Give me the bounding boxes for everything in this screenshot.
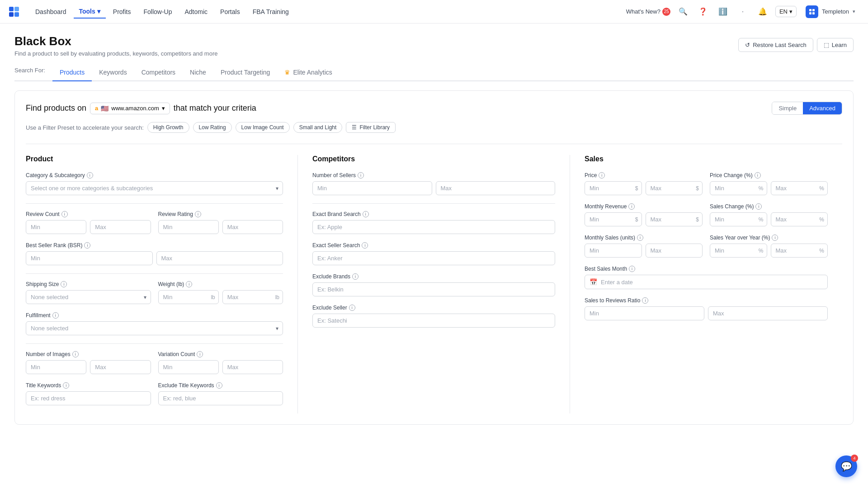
- preset-low-image-count[interactable]: Low Image Count: [236, 122, 290, 133]
- exclude-title-keywords-info-icon[interactable]: i: [216, 382, 222, 389]
- exclude-seller-info-icon[interactable]: i: [349, 305, 355, 311]
- search-icon[interactable]: 🔍: [676, 5, 690, 19]
- weight-min-suffix: lb: [211, 294, 215, 300]
- exact-brand-input[interactable]: [312, 220, 555, 234]
- view-advanced-button[interactable]: Advanced: [803, 102, 842, 114]
- bsr-min-input[interactable]: [26, 251, 153, 265]
- price-min-input[interactable]: [585, 181, 642, 195]
- sales-reviews-max-input[interactable]: [708, 306, 828, 320]
- user-menu[interactable]: Templeton ▾: [802, 4, 859, 20]
- exclude-brands-input[interactable]: [312, 282, 555, 296]
- preset-high-growth[interactable]: High Growth: [147, 122, 189, 133]
- shipping-size-label: Shipping Size i: [26, 281, 151, 287]
- tab-elite-analytics[interactable]: ♛ Elite Analytics: [277, 64, 339, 81]
- num-sellers-max-input[interactable]: [436, 181, 556, 195]
- weight-max-input[interactable]: [222, 290, 283, 304]
- learn-button[interactable]: ⬚ Learn: [817, 38, 854, 52]
- monthly-revenue-max-input[interactable]: [646, 212, 703, 226]
- tab-niche[interactable]: Niche: [183, 64, 213, 81]
- shipping-size-select[interactable]: None selected: [26, 290, 151, 304]
- fulfillment-info-icon[interactable]: i: [52, 312, 59, 319]
- review-rating-info-icon[interactable]: i: [195, 211, 201, 217]
- num-images-info-icon[interactable]: i: [72, 351, 79, 357]
- info-icon[interactable]: ℹ️: [716, 5, 730, 19]
- help-icon[interactable]: ❓: [696, 5, 710, 19]
- sales-yoy-label: Sales Year over Year (%) i: [710, 235, 828, 241]
- num-images-max-input[interactable]: [90, 360, 151, 374]
- shipping-size-info-icon[interactable]: i: [61, 281, 67, 287]
- title-keywords-input[interactable]: [26, 391, 151, 405]
- nav-portals[interactable]: Portals: [215, 5, 245, 18]
- nav-profits[interactable]: Profits: [108, 5, 137, 18]
- variation-count-info-icon[interactable]: i: [197, 351, 203, 357]
- bell-icon[interactable]: 🔔: [755, 5, 770, 19]
- review-rating-min-input[interactable]: [158, 220, 219, 234]
- exact-brand-info-icon[interactable]: i: [363, 211, 369, 217]
- price-info-icon[interactable]: i: [599, 172, 605, 178]
- sales-change-info-icon[interactable]: i: [755, 203, 762, 210]
- variation-count-max-input[interactable]: [222, 360, 283, 374]
- best-sales-month-info-icon[interactable]: i: [629, 266, 635, 272]
- monthly-revenue-info-icon[interactable]: i: [628, 203, 635, 210]
- chat-button[interactable]: 💬 4: [835, 455, 857, 477]
- whats-new-btn[interactable]: What's New? 25: [626, 8, 670, 16]
- weight-max-suffix: lb: [275, 294, 279, 300]
- best-sales-month-label: Best Sales Month i: [585, 266, 828, 272]
- exact-brand-field-group: Exact Brand Search i: [312, 211, 555, 234]
- price-change-info-icon[interactable]: i: [755, 172, 761, 178]
- bsr-info-icon[interactable]: i: [84, 242, 90, 249]
- sales-yoy-info-icon[interactable]: i: [772, 235, 778, 241]
- tab-product-targeting[interactable]: Product Targeting: [213, 64, 277, 81]
- tab-competitors[interactable]: Competitors: [134, 64, 183, 81]
- weight-min-input[interactable]: [158, 290, 219, 304]
- variation-count-min-input[interactable]: [158, 360, 219, 374]
- exclude-brands-field-group: Exclude Brands i: [312, 273, 555, 296]
- filter-library-button[interactable]: ☰ Filter Library: [346, 122, 396, 133]
- nav-fba-training[interactable]: FBA Training: [247, 5, 294, 18]
- lang-label: EN: [779, 8, 788, 15]
- sales-reviews-ratio-label: Sales to Reviews Ratio i: [585, 297, 828, 304]
- nav-dashboard[interactable]: Dashboard: [30, 5, 72, 18]
- review-count-max-input[interactable]: [90, 220, 151, 234]
- nav-tools[interactable]: Tools ▾: [74, 5, 106, 19]
- dot-icon[interactable]: ·: [736, 5, 750, 19]
- exact-seller-field-group: Exact Seller Search i: [312, 242, 555, 265]
- bsr-max-input[interactable]: [156, 251, 283, 265]
- find-title: Find products on a 🇺🇸 www.amazon.com ▾ t…: [26, 103, 256, 114]
- exact-seller-info-icon[interactable]: i: [362, 242, 368, 249]
- tab-keywords[interactable]: Keywords: [92, 64, 134, 81]
- exclude-seller-input[interactable]: [312, 314, 555, 328]
- exclude-title-keywords-input[interactable]: [158, 391, 283, 405]
- review-count-info-icon[interactable]: i: [61, 211, 68, 217]
- restore-last-search-button[interactable]: ↺ Restore Last Search: [738, 38, 813, 52]
- num-images-min-input[interactable]: [26, 360, 86, 374]
- amazon-selector[interactable]: a 🇺🇸 www.amazon.com ▾: [90, 103, 170, 114]
- category-select[interactable]: Select one or more categories & subcateg…: [26, 181, 283, 195]
- best-sales-month-date-input[interactable]: 📅 Enter a date: [585, 275, 828, 289]
- price-max-input[interactable]: [646, 181, 703, 195]
- nav-adtomic[interactable]: Adtomic: [179, 5, 213, 18]
- monthly-sales-info-icon[interactable]: i: [637, 235, 643, 241]
- preset-low-rating[interactable]: Low Rating: [193, 122, 232, 133]
- category-info-icon[interactable]: i: [87, 172, 93, 178]
- sales-reviews-info-icon[interactable]: i: [642, 297, 648, 304]
- review-count-min-input[interactable]: [26, 220, 86, 234]
- review-rating-max-input[interactable]: [222, 220, 283, 234]
- exclude-brands-info-icon[interactable]: i: [352, 273, 359, 280]
- preset-small-light[interactable]: Small and Light: [293, 122, 343, 133]
- language-selector[interactable]: EN ▾: [775, 6, 797, 17]
- sales-reviews-min-input[interactable]: [585, 306, 704, 320]
- exact-seller-input[interactable]: [312, 251, 555, 265]
- nav-followup[interactable]: Follow-Up: [138, 5, 177, 18]
- title-keywords-info-icon[interactable]: i: [63, 382, 69, 389]
- num-sellers-info-icon[interactable]: i: [358, 172, 364, 178]
- weight-info-icon[interactable]: i: [186, 281, 192, 287]
- logo[interactable]: [9, 7, 19, 17]
- num-sellers-min-input[interactable]: [312, 181, 432, 195]
- tab-products[interactable]: Products: [52, 64, 92, 81]
- monthly-revenue-min-input[interactable]: [585, 212, 642, 226]
- monthly-sales-min-input[interactable]: [585, 244, 642, 258]
- view-simple-button[interactable]: Simple: [772, 102, 803, 114]
- fulfillment-select[interactable]: None selected: [26, 321, 283, 335]
- monthly-sales-max-input[interactable]: [646, 244, 703, 258]
